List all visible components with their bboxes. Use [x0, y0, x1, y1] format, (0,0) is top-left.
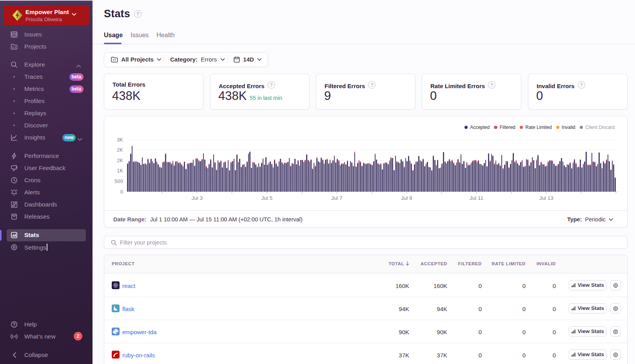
svg-text:0: 0	[120, 189, 123, 195]
svg-text:Jul 7: Jul 7	[331, 195, 343, 201]
svg-text:Jul 13: Jul 13	[539, 195, 553, 201]
svg-text:Jul 5: Jul 5	[261, 195, 273, 201]
svg-text:Jul 11: Jul 11	[470, 195, 483, 201]
svg-text:Jul 9: Jul 9	[401, 195, 412, 201]
svg-text:3K: 3K	[117, 137, 123, 143]
svg-text:2K: 2K	[117, 158, 123, 163]
svg-text:1K: 1K	[117, 168, 123, 174]
svg-text:2K: 2K	[117, 147, 123, 153]
svg-text:Jul 3: Jul 3	[191, 195, 203, 201]
svg-text:500: 500	[114, 178, 123, 184]
